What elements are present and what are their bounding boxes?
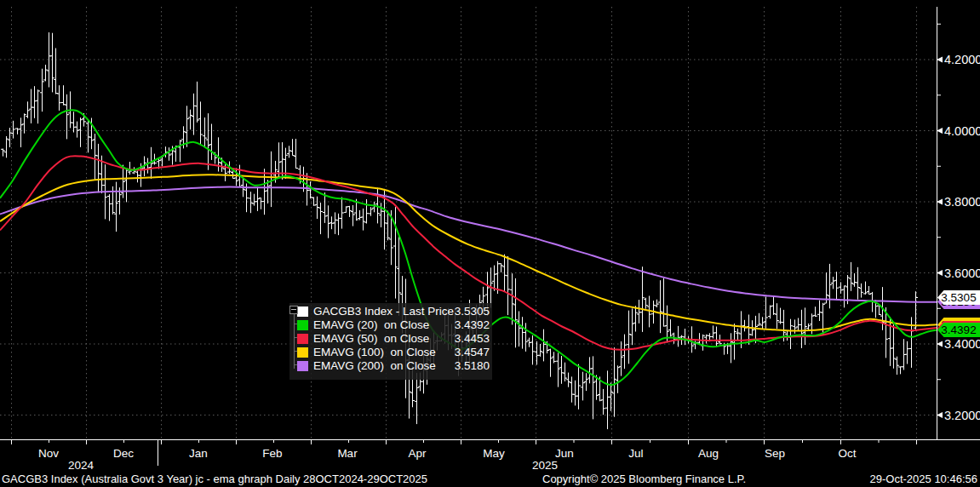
y-tick-label: 4.0000 — [944, 124, 980, 138]
legend-label: EMAVG (20) on Close — [313, 318, 429, 332]
legend-label: EMAVG (200) on Close — [313, 359, 436, 373]
month-label: Oct — [838, 447, 856, 460]
bottom-info-bar: GACGB3 Index (Australia Govt 3 Year) jc … — [0, 469, 980, 487]
month-label: May — [483, 447, 505, 460]
legend-label: GACGB3 Index - Last Price — [313, 305, 454, 318]
legend-row[interactable]: GACGB3 Index - Last Price3.5305 — [289, 305, 492, 318]
legend-row[interactable]: EMAVG (50) on Close3.4453 — [289, 332, 492, 346]
y-tick-label: 3.4000 — [944, 337, 980, 351]
month-label: Feb — [262, 447, 282, 460]
legend-swatch — [297, 361, 308, 371]
legend-value: 3.5180 — [455, 359, 490, 373]
legend-value: 3.4547 — [455, 346, 490, 359]
x-axis-labels: NovDecJanFebMarAprMayJunJulAugSepOct2024… — [38, 447, 857, 472]
bloomberg-chart-screen: 4.20004.00003.80003.60003.40003.2000NovD… — [0, 0, 980, 487]
month-label: Sep — [765, 447, 785, 460]
price-badge-last-price: 3.5305 — [937, 290, 980, 305]
legend-label: EMAVG (50) on Close — [313, 332, 429, 346]
legend-tree-stub — [294, 351, 297, 352]
y-tick-label: 3.8000 — [944, 195, 980, 209]
legend-tree-stub — [294, 364, 297, 365]
legend-swatch — [297, 320, 308, 330]
legend-label: EMAVG (100) on Close — [313, 346, 436, 359]
legend-tree-stub — [294, 337, 297, 338]
legend-row[interactable]: EMAVG (100) on Close3.4547 — [289, 346, 492, 359]
legend-value: 3.4392 — [455, 318, 490, 332]
legend-collapse-icon[interactable] — [289, 306, 298, 314]
month-label: Mar — [337, 447, 358, 460]
month-label: Aug — [698, 447, 719, 460]
legend-tree-stub — [294, 324, 297, 324]
axes — [0, 7, 980, 466]
month-label: Jan — [189, 447, 208, 460]
legend-swatch — [297, 334, 308, 344]
price-badge-ema20: 3.4392 — [937, 323, 980, 337]
y-axis-labels: 4.20004.00003.80003.60003.40003.2000 — [937, 53, 980, 422]
timestamp: 29-Oct-2025 10:46:56 — [870, 473, 977, 485]
month-label: Apr — [408, 447, 427, 460]
legend-row[interactable]: EMAVG (200) on Close3.5180 — [289, 359, 492, 373]
legend-swatch — [297, 347, 308, 358]
legend-row[interactable]: EMAVG (20) on Close3.4392 — [289, 318, 492, 332]
legend-swatch — [297, 307, 308, 317]
chart-description: GACGB3 Index (Australia Govt 3 Year) jc … — [2, 473, 427, 485]
legend-value: 3.5305 — [455, 305, 490, 318]
legend-value: 3.4453 — [455, 332, 490, 346]
y-tick-label: 3.6000 — [944, 266, 980, 280]
month-label: Jul — [628, 447, 643, 460]
chart-legend: GACGB3 Index - Last Price3.5305EMAVG (20… — [289, 303, 492, 380]
copyright-text: Copyright© 2025 Bloomberg Finance L.P. — [542, 473, 746, 485]
month-label: Nov — [38, 447, 59, 460]
y-tick-label: 4.2000 — [944, 53, 980, 66]
price-chart-canvas: 4.20004.00003.80003.60003.40003.2000NovD… — [0, 0, 980, 487]
y-tick-label: 3.2000 — [944, 409, 980, 422]
month-label: Dec — [113, 447, 134, 460]
month-label: Jun — [555, 447, 574, 460]
